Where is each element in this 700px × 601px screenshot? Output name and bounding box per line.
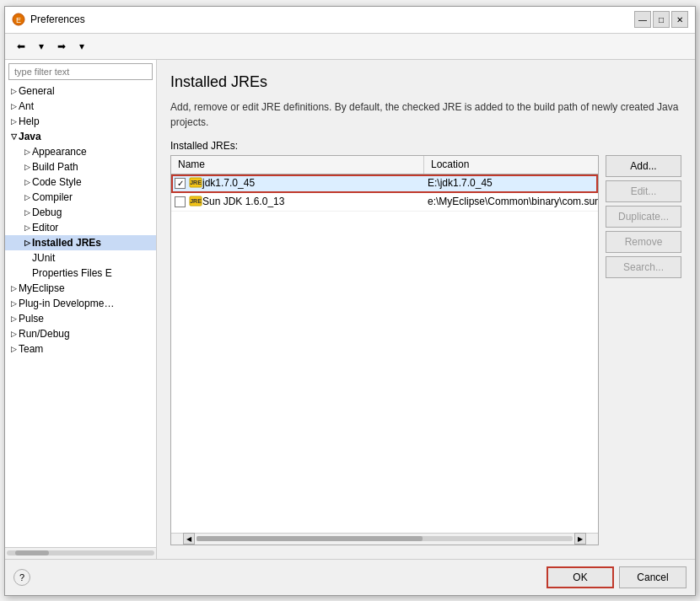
back-button[interactable]: ⬅: [12, 37, 30, 56]
sidebar-item-myeclipse[interactable]: ▷ MyEclipse: [5, 281, 156, 296]
sidebar-scrollbar-track[interactable]: [7, 550, 154, 555]
forward-dropdown-icon: ▾: [79, 40, 84, 52]
sidebar-item-pulse[interactable]: ▷ Pulse: [5, 311, 156, 326]
jre-icon-2: JRE: [189, 195, 202, 208]
sidebar-item-editor[interactable]: ▷ Editor: [5, 220, 156, 235]
sidebar-item-installed-jres[interactable]: ▷ Installed JREs: [5, 235, 156, 250]
sidebar-scrollbar[interactable]: [5, 547, 156, 559]
svg-text:E: E: [16, 16, 21, 24]
cancel-button[interactable]: Cancel: [619, 566, 687, 588]
sidebar-item-team[interactable]: ▷ Team: [5, 341, 156, 357]
expand-arrow-general: ▷: [8, 86, 19, 96]
table-row[interactable]: ✓ JRE jdk1.7.0_45 E:\jdk1.7.0_45: [171, 174, 598, 193]
edit-button[interactable]: Edit...: [606, 180, 681, 202]
svg-text:JRE: JRE: [190, 180, 202, 185]
search-button[interactable]: Search...: [606, 256, 681, 278]
expand-arrow-code-style: ▷: [22, 177, 32, 187]
expand-arrow-build-path: ▷: [22, 162, 32, 172]
expand-arrow-help: ▷: [8, 116, 19, 126]
forward-dropdown-button[interactable]: ▾: [73, 37, 91, 56]
sidebar-label-debug: Debug: [32, 207, 62, 218]
sidebar-label-ant: Ant: [19, 100, 34, 112]
sidebar-scrollbar-thumb[interactable]: [15, 550, 49, 555]
sidebar-label-compiler: Compiler: [32, 191, 73, 203]
remove-button[interactable]: Remove: [606, 231, 681, 253]
sidebar-label-java: Java: [19, 131, 41, 142]
back-dropdown-icon: ▾: [39, 40, 44, 52]
sidebar-label-installed-jres: Installed JREs: [32, 237, 101, 249]
maximize-button[interactable]: □: [653, 11, 670, 28]
expand-arrow-team: ▷: [8, 344, 19, 354]
sidebar-label-myeclipse: MyEclipse: [19, 282, 65, 294]
table-row[interactable]: JRE Sun JDK 1.6.0_13 e:\MyEclipse\Common…: [171, 193, 598, 212]
window-title: Preferences: [30, 13, 634, 25]
sidebar-item-ant[interactable]: ▷ Ant: [5, 99, 156, 114]
preferences-window: E Preferences — □ ✕ ⬅ ▾ ➡ ▾: [4, 6, 696, 596]
sidebar-item-build-path[interactable]: ▷ Build Path: [5, 159, 156, 174]
app-icon: E: [12, 13, 25, 26]
installed-jres-label: Installed JREs:: [170, 140, 681, 152]
add-button[interactable]: Add...: [606, 155, 681, 177]
table-scrollbar-thumb[interactable]: [197, 536, 423, 541]
tree: ▷ General ▷ Ant ▷ Help ▽ Java: [5, 83, 156, 547]
header-location: Location: [424, 156, 598, 174]
sidebar-item-help[interactable]: ▷ Help: [5, 114, 156, 129]
expand-arrow-ant: ▷: [8, 101, 19, 111]
sidebar-item-run-debug[interactable]: ▷ Run/Debug: [5, 326, 156, 341]
jre-name-1: jdk1.7.0_45: [202, 177, 255, 189]
table-scrollbar-track[interactable]: [197, 536, 573, 541]
forward-button[interactable]: ➡: [52, 37, 71, 56]
sidebar-item-debug[interactable]: ▷ Debug: [5, 205, 156, 220]
help-button[interactable]: ?: [13, 569, 30, 586]
jre-checkbox-1[interactable]: ✓: [175, 178, 186, 189]
back-arrow-icon: ⬅: [17, 40, 25, 52]
minimize-button[interactable]: —: [634, 11, 651, 28]
sidebar-label-appearance: Appearance: [32, 146, 87, 158]
sidebar-item-compiler[interactable]: ▷ Compiler: [5, 190, 156, 205]
expand-arrow-run-debug: ▷: [8, 329, 19, 339]
sidebar-label-junit: JUnit: [32, 252, 55, 264]
title-bar: E Preferences — □ ✕: [5, 7, 695, 34]
sidebar-label-editor: Editor: [32, 222, 58, 233]
expand-arrow-pulse: ▷: [8, 314, 19, 324]
table-cell-name-2[interactable]: JRE Sun JDK 1.6.0_13: [171, 195, 424, 208]
sidebar-item-code-style[interactable]: ▷ Code Style: [5, 174, 156, 190]
table-wrapper: Name Location ✓ JRE: [170, 155, 599, 545]
expand-arrow-java: ▽: [8, 131, 19, 142]
table-cell-location-2: e:\MyEclipse\Common\binary\com.sun.java…: [424, 196, 598, 207]
sidebar-label-build-path: Build Path: [32, 161, 78, 173]
sidebar-item-properties[interactable]: Properties Files E: [5, 266, 156, 281]
jre-location-1: E:\jdk1.7.0_45: [428, 177, 493, 189]
sidebar-item-plugin-dev[interactable]: ▷ Plug-in Developme…: [5, 296, 156, 311]
sidebar-item-appearance[interactable]: ▷ Appearance: [5, 144, 156, 159]
table-body: ✓ JRE jdk1.7.0_45 E:\jdk1.7.0_45: [171, 174, 598, 533]
svg-text:JRE: JRE: [190, 198, 202, 204]
jre-checkbox-2[interactable]: [175, 196, 186, 207]
expand-arrow-myeclipse: ▷: [8, 283, 19, 293]
close-button[interactable]: ✕: [671, 11, 688, 28]
scroll-right-button[interactable]: ▶: [574, 533, 586, 545]
sidebar-label-general: General: [19, 85, 55, 97]
table-scrollbar[interactable]: ◀ ▶: [171, 533, 598, 545]
duplicate-button[interactable]: Duplicate...: [606, 206, 681, 228]
jre-name-2: Sun JDK 1.6.0_13: [202, 196, 284, 207]
expand-arrow-appearance: ▷: [22, 147, 32, 157]
jre-table: Name Location ✓ JRE: [170, 155, 599, 545]
sidebar-item-junit[interactable]: JUnit: [5, 250, 156, 266]
back-dropdown-button[interactable]: ▾: [32, 37, 51, 56]
sidebar-label-run-debug: Run/Debug: [19, 328, 70, 340]
expand-arrow-editor: ▷: [22, 223, 32, 233]
ok-button[interactable]: OK: [547, 566, 614, 588]
filter-input[interactable]: [8, 63, 153, 80]
content-area: Installed JREs Add, remove or edit JRE d…: [157, 60, 695, 559]
jre-location-2: e:\MyEclipse\Common\binary\com.sun.java…: [428, 196, 598, 207]
toolbar: ⬅ ▾ ➡ ▾: [5, 34, 695, 60]
sidebar-label-plugin-dev: Plug-in Developme…: [19, 298, 114, 309]
table-cell-name-1[interactable]: ✓ JRE jdk1.7.0_45: [171, 176, 424, 190]
content-title: Installed JREs: [170, 73, 681, 91]
bottom-bar: ? OK Cancel: [5, 559, 695, 595]
scroll-left-button[interactable]: ◀: [183, 533, 195, 545]
sidebar-item-java[interactable]: ▽ Java: [5, 129, 156, 144]
sidebar-item-general[interactable]: ▷ General: [5, 83, 156, 99]
table-and-buttons: Name Location ✓ JRE: [170, 155, 681, 545]
